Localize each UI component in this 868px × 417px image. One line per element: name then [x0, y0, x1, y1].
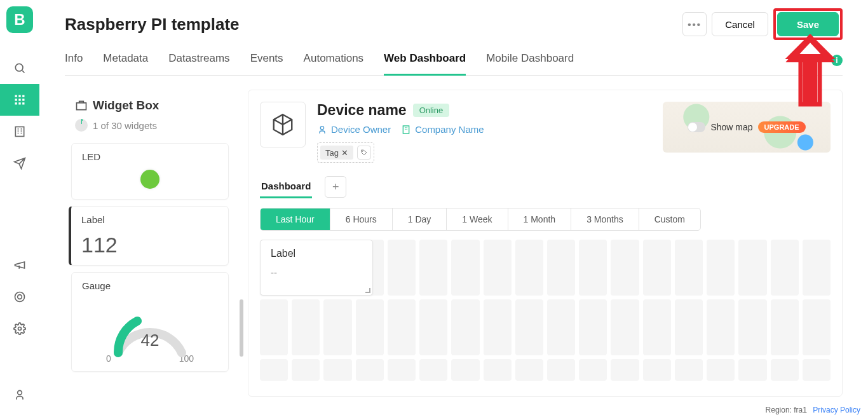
ttab-1d[interactable]: 1 Day: [393, 208, 447, 230]
tab-events[interactable]: Events: [250, 52, 283, 75]
map-area: Show map UPGRADE: [663, 102, 831, 153]
widget-led[interactable]: LED: [71, 143, 229, 200]
device-owner[interactable]: Device Owner: [317, 124, 391, 135]
status-badge: Online: [413, 104, 450, 117]
svg-rect-7: [15, 102, 17, 104]
svg-rect-6: [22, 99, 24, 100]
footer: Region: fra1 Privacy Policy: [766, 406, 860, 414]
time-tabs: Last Hour 6 Hours 1 Day 1 Week 1 Month 3…: [260, 208, 701, 231]
add-tab-button[interactable]: +: [325, 176, 346, 198]
save-button[interactable]: Save: [777, 12, 839, 36]
tab-metadata[interactable]: Metadata: [103, 52, 148, 75]
ttab-last-hour[interactable]: Last Hour: [261, 208, 330, 230]
cancel-button[interactable]: Cancel: [712, 12, 768, 36]
ttab-custom[interactable]: Custom: [639, 208, 700, 230]
logo[interactable]: B: [6, 6, 33, 33]
svg-rect-5: [18, 99, 20, 100]
svg-rect-3: [22, 95, 24, 97]
widget-gauge[interactable]: Gauge 42 0 100: [71, 272, 229, 372]
nav-settings-icon[interactable]: [0, 313, 39, 345]
tag-icon: [360, 149, 368, 156]
svg-point-18: [362, 151, 363, 152]
led-icon: [140, 170, 159, 189]
nav-search-icon[interactable]: [0, 52, 39, 84]
building-icon: [401, 125, 411, 135]
map-label: Show map: [710, 122, 752, 132]
device-name: Device name: [317, 102, 407, 119]
dashboard-panel: Device name Online Device Owner Company …: [248, 90, 843, 397]
svg-point-13: [18, 327, 22, 331]
svg-point-14: [18, 390, 22, 395]
nav-org-icon[interactable]: [0, 116, 39, 147]
svg-rect-15: [77, 103, 86, 110]
nav-user-icon[interactable]: [0, 379, 39, 411]
main: Raspberry PI template ••• Cancel Save In…: [39, 0, 868, 417]
svg-point-16: [320, 126, 323, 129]
tab-web-dashboard[interactable]: Web Dashboard: [384, 52, 466, 76]
ttab-6h[interactable]: 6 Hours: [330, 208, 393, 230]
svg-rect-1: [15, 95, 17, 97]
widget-box-icon: [75, 99, 88, 112]
map-toggle[interactable]: [688, 122, 705, 132]
sub-tab-dashboard[interactable]: Dashboard: [260, 175, 312, 198]
nav-templates-icon[interactable]: [0, 84, 39, 116]
add-tag-button[interactable]: [357, 146, 371, 160]
svg-rect-2: [18, 95, 20, 97]
svg-point-12: [18, 295, 22, 299]
sub-tabs: Dashboard +: [260, 175, 831, 199]
widget-count: 1 of 30 widgets: [75, 119, 225, 132]
widget-label[interactable]: Label 112: [69, 206, 229, 266]
ttab-1m[interactable]: 1 Month: [508, 208, 572, 230]
tag-row: Tag ✕: [317, 142, 374, 163]
more-button[interactable]: •••: [682, 12, 707, 36]
nav-send-icon[interactable]: [0, 147, 39, 179]
privacy-link[interactable]: Privacy Policy: [813, 406, 860, 414]
widget-box: Widget Box 1 of 30 widgets LED Label 112…: [65, 90, 235, 397]
sidebar: B: [0, 0, 39, 417]
svg-point-11: [15, 292, 25, 302]
nav-help-icon[interactable]: [0, 281, 39, 313]
page-title: Raspberry PI template: [65, 15, 240, 34]
info-icon[interactable]: i: [831, 55, 843, 66]
save-highlight: Save: [773, 8, 843, 40]
resize-handle[interactable]: [365, 288, 370, 293]
tag-chip[interactable]: Tag ✕: [320, 146, 353, 160]
svg-point-0: [15, 64, 23, 71]
tab-automations[interactable]: Automations: [304, 52, 364, 75]
header: Raspberry PI template ••• Cancel Save: [65, 0, 843, 37]
upgrade-badge[interactable]: UPGRADE: [758, 121, 806, 133]
scrollbar[interactable]: [240, 299, 243, 357]
dashboard-grid[interactable]: Label --: [260, 240, 831, 381]
nav-announce-icon[interactable]: [0, 249, 39, 281]
ttab-1w[interactable]: 1 Week: [447, 208, 508, 230]
placed-label-widget[interactable]: Label --: [260, 240, 373, 296]
tab-datastreams[interactable]: Datastreams: [168, 52, 229, 75]
svg-rect-9: [22, 102, 24, 104]
tabs: Info Metadata Datastreams Events Automat…: [65, 52, 843, 76]
pie-icon: [75, 119, 88, 132]
company-name[interactable]: Company Name: [401, 124, 484, 135]
device-icon: [260, 102, 306, 147]
svg-rect-10: [15, 127, 24, 137]
svg-rect-8: [18, 102, 20, 104]
tab-mobile-dashboard[interactable]: Mobile Dashboard: [486, 52, 574, 75]
svg-rect-17: [403, 126, 409, 133]
close-icon[interactable]: ✕: [341, 148, 348, 158]
tab-info[interactable]: Info: [65, 52, 83, 75]
widget-box-title: Widget Box: [75, 99, 225, 113]
svg-rect-4: [15, 99, 17, 100]
user-icon: [317, 125, 327, 135]
ttab-3m[interactable]: 3 Months: [571, 208, 639, 230]
